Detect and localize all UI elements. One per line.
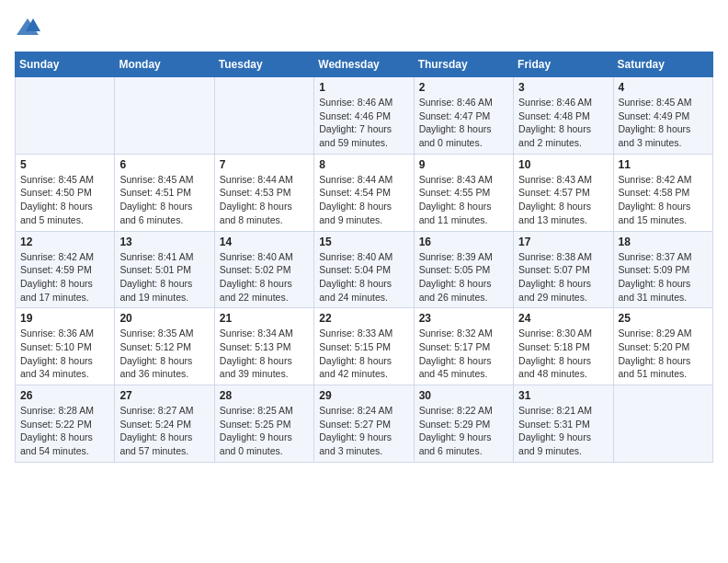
day-info: Sunrise: 8:43 AM Sunset: 4:57 PM Dayligh… — [518, 173, 608, 227]
day-number: 8 — [319, 158, 408, 171]
calendar-cell: 6Sunrise: 8:45 AM Sunset: 4:51 PM Daylig… — [115, 154, 214, 231]
calendar-cell: 23Sunrise: 8:32 AM Sunset: 5:17 PM Dayli… — [414, 308, 513, 385]
calendar-cell: 9Sunrise: 8:43 AM Sunset: 4:55 PM Daylig… — [414, 154, 513, 231]
day-number: 26 — [20, 389, 109, 402]
day-info: Sunrise: 8:33 AM Sunset: 5:15 PM Dayligh… — [319, 327, 408, 381]
day-info: Sunrise: 8:21 AM Sunset: 5:31 PM Dayligh… — [518, 404, 608, 458]
day-info: Sunrise: 8:45 AM Sunset: 4:51 PM Dayligh… — [119, 173, 209, 227]
weekday-header: Thursday — [414, 52, 513, 77]
calendar-cell: 27Sunrise: 8:27 AM Sunset: 5:24 PM Dayli… — [115, 385, 214, 463]
calendar-cell: 22Sunrise: 8:33 AM Sunset: 5:15 PM Dayli… — [314, 308, 414, 385]
day-info: Sunrise: 8:38 AM Sunset: 5:07 PM Dayligh… — [518, 250, 608, 304]
day-number: 24 — [518, 312, 608, 325]
day-number: 1 — [319, 81, 408, 94]
day-info: Sunrise: 8:32 AM Sunset: 5:17 PM Dayligh… — [419, 327, 508, 381]
calendar-week-row: 19Sunrise: 8:36 AM Sunset: 5:10 PM Dayli… — [16, 308, 713, 385]
calendar-cell: 12Sunrise: 8:42 AM Sunset: 4:59 PM Dayli… — [16, 231, 115, 308]
day-number: 11 — [619, 158, 708, 171]
calendar-week-row: 26Sunrise: 8:28 AM Sunset: 5:22 PM Dayli… — [16, 385, 713, 463]
calendar-cell: 26Sunrise: 8:28 AM Sunset: 5:22 PM Dayli… — [16, 385, 115, 463]
day-info: Sunrise: 8:46 AM Sunset: 4:48 PM Dayligh… — [518, 96, 608, 150]
day-info: Sunrise: 8:29 AM Sunset: 5:20 PM Dayligh… — [619, 327, 708, 381]
weekday-header: Monday — [115, 52, 214, 77]
calendar-cell: 14Sunrise: 8:40 AM Sunset: 5:02 PM Dayli… — [214, 231, 313, 308]
day-number: 9 — [419, 158, 508, 171]
calendar-cell: 30Sunrise: 8:22 AM Sunset: 5:29 PM Dayli… — [414, 385, 513, 463]
calendar-table: SundayMondayTuesdayWednesdayThursdayFrid… — [15, 52, 713, 463]
day-info: Sunrise: 8:45 AM Sunset: 4:50 PM Dayligh… — [20, 173, 109, 227]
day-info: Sunrise: 8:37 AM Sunset: 5:09 PM Dayligh… — [619, 250, 708, 304]
calendar-cell — [16, 77, 115, 155]
weekday-header: Wednesday — [314, 52, 414, 77]
day-info: Sunrise: 8:46 AM Sunset: 4:46 PM Dayligh… — [319, 96, 408, 150]
calendar-cell: 4Sunrise: 8:45 AM Sunset: 4:49 PM Daylig… — [613, 77, 712, 155]
calendar-week-row: 12Sunrise: 8:42 AM Sunset: 4:59 PM Dayli… — [16, 231, 713, 308]
day-number: 16 — [419, 236, 508, 248]
logo-icon — [15, 15, 40, 40]
day-number: 19 — [20, 312, 109, 325]
weekday-header: Friday — [514, 52, 613, 77]
calendar-cell: 10Sunrise: 8:43 AM Sunset: 4:57 PM Dayli… — [514, 154, 613, 231]
day-info: Sunrise: 8:43 AM Sunset: 4:55 PM Dayligh… — [419, 173, 508, 227]
calendar-cell — [214, 77, 313, 155]
calendar-cell: 29Sunrise: 8:24 AM Sunset: 5:27 PM Dayli… — [314, 385, 414, 463]
day-number: 31 — [518, 389, 608, 402]
day-info: Sunrise: 8:44 AM Sunset: 4:54 PM Dayligh… — [319, 173, 408, 227]
day-info: Sunrise: 8:42 AM Sunset: 4:59 PM Dayligh… — [20, 250, 109, 304]
day-info: Sunrise: 8:46 AM Sunset: 4:47 PM Dayligh… — [419, 96, 508, 150]
day-number: 21 — [220, 312, 309, 325]
day-number: 29 — [319, 389, 408, 402]
day-number: 14 — [220, 236, 309, 248]
weekday-header: Sunday — [16, 52, 115, 77]
day-number: 20 — [119, 312, 209, 325]
day-number: 6 — [119, 158, 209, 171]
calendar-cell: 8Sunrise: 8:44 AM Sunset: 4:54 PM Daylig… — [314, 154, 414, 231]
calendar-week-row: 1Sunrise: 8:46 AM Sunset: 4:46 PM Daylig… — [16, 77, 713, 155]
calendar-cell: 3Sunrise: 8:46 AM Sunset: 4:48 PM Daylig… — [514, 77, 613, 155]
day-number: 23 — [419, 312, 508, 325]
calendar-cell: 25Sunrise: 8:29 AM Sunset: 5:20 PM Dayli… — [613, 308, 712, 385]
day-number: 18 — [619, 236, 708, 248]
day-info: Sunrise: 8:45 AM Sunset: 4:49 PM Dayligh… — [619, 96, 708, 150]
day-number: 15 — [319, 236, 408, 248]
calendar-cell: 16Sunrise: 8:39 AM Sunset: 5:05 PM Dayli… — [414, 231, 513, 308]
calendar-header: SundayMondayTuesdayWednesdayThursdayFrid… — [16, 52, 713, 77]
day-number: 13 — [119, 236, 209, 248]
logo — [15, 15, 44, 40]
calendar-cell: 2Sunrise: 8:46 AM Sunset: 4:47 PM Daylig… — [414, 77, 513, 155]
day-info: Sunrise: 8:25 AM Sunset: 5:25 PM Dayligh… — [220, 404, 309, 458]
day-number: 4 — [619, 81, 708, 94]
calendar-cell: 1Sunrise: 8:46 AM Sunset: 4:46 PM Daylig… — [314, 77, 414, 155]
day-number: 28 — [220, 389, 309, 402]
calendar-body: 1Sunrise: 8:46 AM Sunset: 4:46 PM Daylig… — [16, 77, 713, 463]
calendar-cell: 15Sunrise: 8:40 AM Sunset: 5:04 PM Dayli… — [314, 231, 414, 308]
day-info: Sunrise: 8:28 AM Sunset: 5:22 PM Dayligh… — [20, 404, 109, 458]
day-number: 25 — [619, 312, 708, 325]
calendar-week-row: 5Sunrise: 8:45 AM Sunset: 4:50 PM Daylig… — [16, 154, 713, 231]
day-info: Sunrise: 8:24 AM Sunset: 5:27 PM Dayligh… — [319, 404, 408, 458]
weekday-header: Tuesday — [214, 52, 313, 77]
day-info: Sunrise: 8:42 AM Sunset: 4:58 PM Dayligh… — [619, 173, 708, 227]
day-info: Sunrise: 8:41 AM Sunset: 5:01 PM Dayligh… — [119, 250, 209, 304]
calendar-cell: 13Sunrise: 8:41 AM Sunset: 5:01 PM Dayli… — [115, 231, 214, 308]
day-number: 12 — [20, 236, 109, 248]
day-number: 5 — [20, 158, 109, 171]
weekday-header: Saturday — [613, 52, 712, 77]
day-number: 7 — [220, 158, 309, 171]
day-info: Sunrise: 8:40 AM Sunset: 5:04 PM Dayligh… — [319, 250, 408, 304]
day-number: 17 — [518, 236, 608, 248]
calendar-cell: 31Sunrise: 8:21 AM Sunset: 5:31 PM Dayli… — [514, 385, 613, 463]
day-info: Sunrise: 8:27 AM Sunset: 5:24 PM Dayligh… — [119, 404, 209, 458]
day-info: Sunrise: 8:44 AM Sunset: 4:53 PM Dayligh… — [220, 173, 309, 227]
day-info: Sunrise: 8:39 AM Sunset: 5:05 PM Dayligh… — [419, 250, 508, 304]
day-info: Sunrise: 8:36 AM Sunset: 5:10 PM Dayligh… — [20, 327, 109, 381]
day-info: Sunrise: 8:40 AM Sunset: 5:02 PM Dayligh… — [220, 250, 309, 304]
day-number: 10 — [518, 158, 608, 171]
day-info: Sunrise: 8:34 AM Sunset: 5:13 PM Dayligh… — [220, 327, 309, 381]
calendar-cell: 11Sunrise: 8:42 AM Sunset: 4:58 PM Dayli… — [613, 154, 712, 231]
calendar-cell: 21Sunrise: 8:34 AM Sunset: 5:13 PM Dayli… — [214, 308, 313, 385]
weekday-row: SundayMondayTuesdayWednesdayThursdayFrid… — [16, 52, 713, 77]
day-number: 3 — [518, 81, 608, 94]
calendar-cell — [613, 385, 712, 463]
day-info: Sunrise: 8:30 AM Sunset: 5:18 PM Dayligh… — [518, 327, 608, 381]
